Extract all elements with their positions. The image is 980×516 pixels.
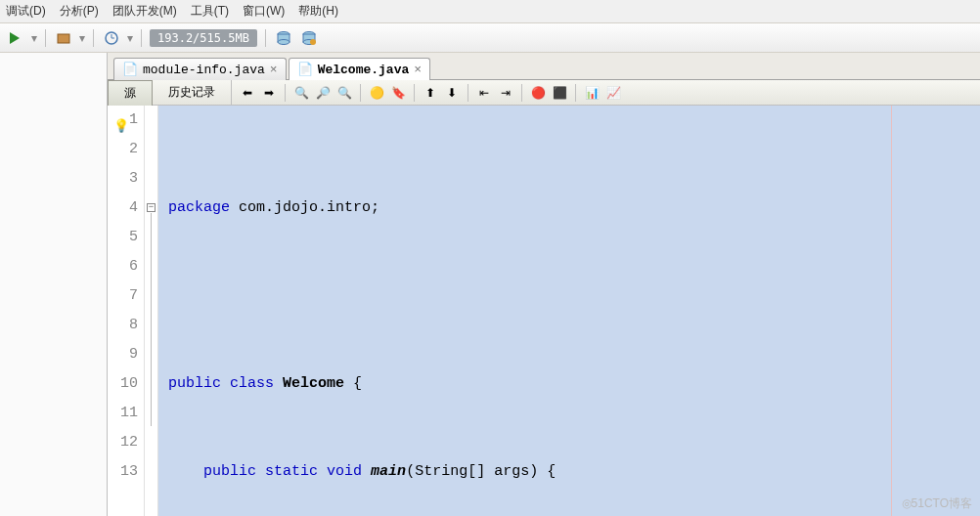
tab-label: module-info.java (143, 63, 265, 77)
db-button-2[interactable] (299, 28, 319, 48)
menu-debug[interactable]: 调试(D) (6, 3, 46, 20)
line-number: 4 (108, 194, 138, 223)
comment-icon[interactable]: 📊 (584, 85, 600, 101)
line-number: 9 (108, 340, 138, 369)
nav-fwd-icon[interactable]: ➡ (261, 85, 277, 101)
line-number: 11 (108, 399, 138, 428)
nav-back-icon[interactable]: ⬅ (240, 85, 255, 101)
menu-tools[interactable]: 工具(T) (191, 3, 229, 20)
navigator-panel (0, 53, 108, 516)
menu-analyze[interactable]: 分析(P) (60, 3, 99, 20)
prev-bookmark-icon[interactable]: ⬆ (423, 85, 438, 101)
fold-column: − (145, 106, 158, 516)
find-prev-icon[interactable]: 🔎 (315, 85, 331, 101)
code-content[interactable]: package com.jdojo.intro; public class We… (158, 106, 980, 516)
code-editor[interactable]: 💡 1 2 3 4 5 6 7 8 9 10 11 12 13 − (108, 106, 980, 516)
java-file-icon: 📄 (122, 62, 138, 77)
line-number: 12 (108, 428, 138, 457)
find-selection-icon[interactable]: 🔍 (293, 85, 309, 101)
bookmark-icon[interactable]: 🔖 (390, 85, 406, 101)
svg-marker-0 (10, 32, 20, 44)
close-icon[interactable]: × (270, 63, 278, 77)
main-toolbar: ▾ ▾ ▾ 193.2/515.5MB (0, 23, 980, 53)
macro-record-icon[interactable]: 🔴 (530, 85, 546, 101)
tab-label: Welcome.java (318, 63, 410, 77)
editor-tabs: 📄 module-info.java × 📄 Welcome.java × (108, 53, 980, 80)
macro-stop-icon[interactable]: ⬛ (552, 85, 567, 101)
source-tab[interactable]: 源 (108, 80, 153, 106)
fold-guide (151, 213, 152, 426)
right-margin-line (891, 106, 892, 516)
line-number: 7 (108, 281, 138, 311)
shift-left-icon[interactable]: ⇤ (476, 85, 492, 101)
line-number: 13 (108, 457, 138, 487)
menu-team[interactable]: 团队开发(M) (112, 3, 177, 20)
java-file-icon: 📄 (297, 62, 313, 77)
find-next-icon[interactable]: 🔍 (336, 85, 352, 101)
hint-bulb-icon[interactable]: 💡 (113, 112, 129, 142)
fold-toggle-icon[interactable]: − (147, 203, 156, 212)
menu-window[interactable]: 窗口(W) (243, 3, 285, 20)
memory-indicator[interactable]: 193.2/515.5MB (150, 29, 257, 47)
watermark: ◎51CTO博客 (902, 495, 972, 512)
line-gutter: 💡 1 2 3 4 5 6 7 8 9 10 11 12 13 (108, 106, 145, 516)
build-button[interactable] (54, 28, 73, 48)
close-icon[interactable]: × (414, 63, 422, 77)
uncomment-icon[interactable]: 📈 (605, 85, 621, 101)
menu-help[interactable]: 帮助(H) (298, 3, 338, 20)
run-button[interactable] (6, 28, 25, 48)
shift-right-icon[interactable]: ⇥ (498, 85, 513, 101)
editor-area: 📄 module-info.java × 📄 Welcome.java × 源 … (108, 53, 980, 516)
line-number: 5 (108, 223, 138, 252)
svg-point-11 (310, 39, 316, 45)
editor-toolbar: 源 历史记录 ⬅ ➡ 🔍 🔎 🔍 🟡 🔖 ⬆ ⬇ ⇤ ⇥ 🔴 ⬛ (108, 80, 980, 106)
line-number: 10 (108, 369, 138, 399)
svg-point-7 (278, 39, 290, 44)
db-button-1[interactable] (274, 28, 293, 48)
highlight-icon[interactable]: 🟡 (369, 85, 384, 101)
tab-welcome[interactable]: 📄 Welcome.java × (289, 58, 430, 80)
line-number: 8 (108, 311, 138, 340)
next-bookmark-icon[interactable]: ⬇ (444, 85, 460, 101)
line-number: 6 (108, 252, 138, 281)
svg-rect-1 (58, 34, 69, 43)
menu-bar: 调试(D) 分析(P) 团队开发(M) 工具(T) 窗口(W) 帮助(H) (0, 0, 980, 23)
workspace: 📄 module-info.java × 📄 Welcome.java × 源 … (0, 53, 980, 516)
line-number: 3 (108, 164, 138, 194)
history-tab[interactable]: 历史记录 (153, 80, 232, 105)
tab-module-info[interactable]: 📄 module-info.java × (113, 58, 287, 80)
clock-button[interactable] (102, 28, 121, 48)
